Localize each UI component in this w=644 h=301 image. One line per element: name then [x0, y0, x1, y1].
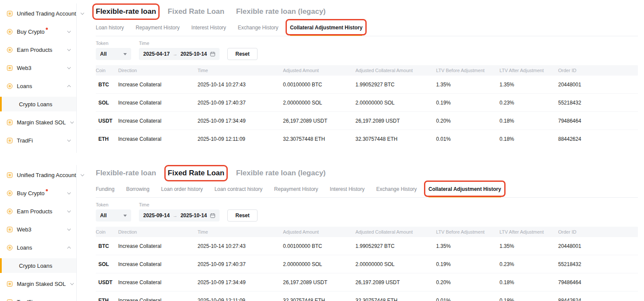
cell-order-id: 55218432 — [558, 100, 638, 106]
cell-ltv-before-adjustment: 1.35% — [436, 82, 499, 88]
earn-products-icon — [7, 47, 13, 53]
sidebar-item-label: Loans — [17, 244, 32, 251]
caret-down-icon — [123, 53, 127, 55]
sidebar-item[interactable]: Unified Trading Account — [0, 4, 76, 22]
subtab[interactable]: Funding — [96, 182, 114, 197]
cell-order-id: 88442624 — [558, 136, 638, 142]
date-range-picker[interactable]: 2025-04-17 → 2025-10-14 — [139, 48, 220, 60]
subtab[interactable]: Loan history — [96, 21, 124, 36]
column-header: Coin — [96, 68, 118, 73]
cell-time: 2025-10-09 17:40:37 — [198, 261, 283, 267]
start-date: 2025-09-14 — [143, 212, 170, 219]
sidebar-item[interactable]: Loans — [0, 238, 76, 257]
column-header: LTV Before Adjustment — [436, 229, 499, 234]
subtab[interactable]: Exchange History — [376, 182, 417, 197]
cell-adjusted-collateral-amount: 32.30757448 ETH — [355, 136, 436, 142]
cell-time: 2025-10-09 17:34:49 — [198, 118, 283, 124]
subtab[interactable]: Loan contract history — [214, 182, 262, 197]
subtab[interactable]: Borrowing — [126, 182, 149, 197]
subtab[interactable]: Collateral Adjustment History — [290, 21, 362, 36]
cell-adjusted-amount: 0.00100000 BTC — [283, 82, 355, 88]
margin-staked-sol-icon — [7, 120, 13, 125]
filter-bar: Token All Time 2025-09-14 → 2025-10-14 R… — [96, 202, 638, 222]
subtab[interactable]: Interest History — [191, 21, 226, 36]
subtab[interactable]: Repayment History — [135, 21, 179, 36]
sidebar-item[interactable]: Buy Crypto — [0, 22, 76, 41]
table-row: BTC Increase Collateral 2025-10-14 10:27… — [96, 237, 638, 255]
sidebar-item-label: Web3 — [17, 65, 31, 71]
main-tab[interactable]: Fixed Rate Loan — [168, 7, 224, 16]
cell-direction: Increase Collateral — [118, 82, 198, 88]
main-tab[interactable]: Flexible rate loan (legacy) — [236, 7, 326, 16]
subtab[interactable]: Collateral Adjustment History — [428, 182, 501, 197]
main-tabs: Flexible-rate loan Fixed Rate Loan Flexi… — [96, 6, 638, 17]
column-header: Order ID — [558, 68, 638, 73]
panel-flexible-rate-loan: Unified Trading Account Buy Crypto Earn … — [0, 0, 644, 153]
panel-fixed-rate-loan: Unified Trading Account Buy Crypto Earn … — [0, 162, 644, 301]
date-range-picker[interactable]: 2025-09-14 → 2025-10-14 — [139, 209, 220, 222]
table-header: CoinDirectionTimeAdjusted AmountAdjusted… — [96, 65, 638, 76]
sidebar-item[interactable]: Earn Products — [0, 202, 76, 220]
table-row: USDT Increase Collateral 2025-10-09 17:3… — [96, 112, 638, 130]
sidebar-item-label: Earn Products — [17, 47, 52, 53]
sidebar-item[interactable]: Buy Crypto — [0, 184, 76, 202]
chevron-down-icon — [67, 138, 71, 143]
cell-coin: BTC — [96, 82, 118, 88]
token-select[interactable]: All — [96, 48, 131, 60]
chevron-up-icon — [67, 84, 71, 88]
main-tab[interactable]: Flexible rate loan (legacy) — [236, 169, 326, 177]
sidebar-item[interactable]: Earn Products — [0, 41, 76, 59]
table-header: CoinDirectionTimeAdjusted AmountAdjusted… — [96, 227, 638, 237]
sidebar-item[interactable]: Margin Staked SOL — [0, 275, 76, 293]
reset-button[interactable]: Reset — [227, 209, 258, 222]
cell-ltv-after-adjustment: 1.35% — [499, 243, 558, 249]
calendar-icon — [210, 213, 215, 218]
start-date: 2025-04-17 — [143, 51, 170, 57]
loans-icon — [7, 83, 13, 89]
reset-button[interactable]: Reset — [227, 48, 258, 60]
cell-direction: Increase Collateral — [118, 261, 198, 267]
sidebar-item[interactable]: TradFi — [0, 293, 76, 301]
cell-coin: BTC — [96, 243, 118, 249]
subtab[interactable]: Loan order history — [161, 182, 203, 197]
sidebar-item[interactable]: Unified Trading Account — [0, 166, 76, 184]
cell-ltv-after-adjustment: 0.18% — [499, 136, 558, 142]
main-tab[interactable]: Fixed Rate Loan — [168, 169, 224, 177]
cell-adjusted-collateral-amount: 32.30757448 ETH — [355, 298, 436, 301]
web3-icon — [7, 65, 13, 71]
chevron-down-icon — [80, 11, 85, 16]
table-row: ETH Increase Collateral 2025-10-09 12:11… — [96, 130, 638, 148]
cell-coin: SOL — [96, 261, 118, 267]
token-filter-label: Token — [96, 41, 131, 46]
cell-ltv-before-adjustment: 0.19% — [436, 100, 499, 106]
cell-adjusted-amount: 2.00000000 SOL — [283, 261, 355, 267]
sidebar-item[interactable]: Margin Staked SOL — [0, 113, 76, 131]
subtab[interactable]: Repayment History — [274, 182, 318, 197]
cell-direction: Increase Collateral — [118, 100, 198, 106]
cell-adjusted-collateral-amount: 1.99052927 BTC — [355, 243, 436, 249]
sidebar-item[interactable]: TradFi — [0, 131, 76, 149]
column-header: Coin — [96, 229, 118, 234]
chevron-down-icon — [67, 29, 71, 34]
cell-direction: Increase Collateral — [118, 243, 198, 249]
sidebar-item[interactable]: Crypto Loans — [0, 258, 76, 273]
subtab[interactable]: Interest History — [330, 182, 365, 197]
sidebar-nav: Unified Trading Account Buy Crypto Earn … — [0, 4, 76, 149]
column-header: Time — [198, 68, 283, 73]
main-tab[interactable]: Flexible-rate loan — [96, 7, 156, 16]
sidebar-item[interactable]: Web3 — [0, 220, 76, 238]
sidebar-item[interactable]: Crypto Loans — [0, 97, 76, 111]
sidebar-nav: Unified Trading Account Buy Crypto Earn … — [0, 166, 76, 301]
subtab[interactable]: Exchange History — [238, 21, 278, 36]
main-tab[interactable]: Flexible-rate loan — [96, 169, 156, 177]
sub-tabs: Funding Borrowing Loan order history Loa… — [96, 182, 638, 198]
cell-order-id: 88442624 — [558, 298, 638, 301]
cell-order-id: 55218432 — [558, 261, 638, 267]
token-select[interactable]: All — [96, 209, 131, 222]
sidebar-item[interactable]: Loans — [0, 77, 76, 95]
main-content: Flexible-rate loan Fixed Rate Loan Flexi… — [77, 3, 644, 153]
sidebar-item[interactable]: Web3 — [0, 59, 76, 77]
table-body: BTC Increase Collateral 2025-10-14 10:27… — [96, 76, 638, 148]
cell-coin: SOL — [96, 100, 118, 106]
chevron-down-icon — [67, 209, 71, 213]
